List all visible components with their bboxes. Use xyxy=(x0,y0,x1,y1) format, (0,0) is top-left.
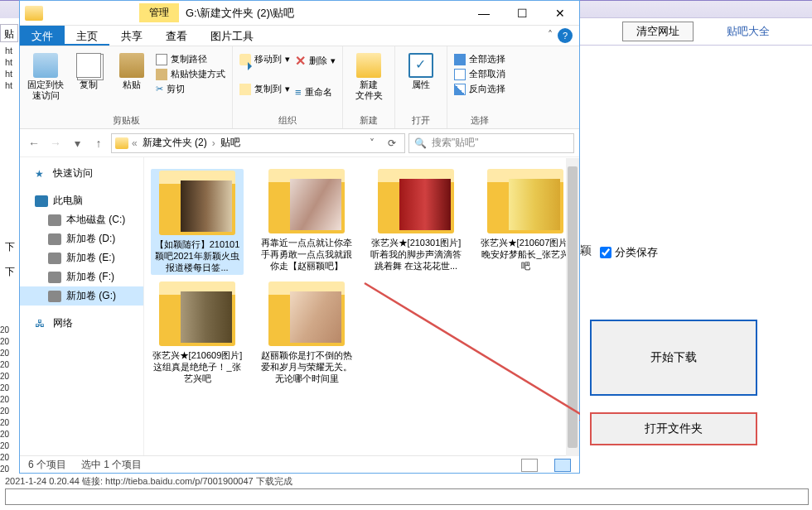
nav-drive-f[interactable]: 新加卷 (F:) xyxy=(20,267,143,286)
folder-thumbnail xyxy=(159,171,235,235)
group-label-organize: 组织 xyxy=(278,113,297,128)
menu-file[interactable]: 文件 xyxy=(20,26,65,46)
address-dropdown-icon[interactable]: ˅ xyxy=(365,137,379,149)
downloader-panel: 清空网址 贴吧大全 颖 分类保存 开始下载 打开文件夹 xyxy=(580,0,812,510)
nav-network[interactable]: 🖧网络 xyxy=(20,314,143,333)
cut-button[interactable]: ✂剪切 xyxy=(156,83,225,95)
breadcrumb-item[interactable]: 新建文件夹 (2) xyxy=(141,136,209,150)
folder-name: 赵丽颖你是打不倒的热爱和岁月与荣耀无关。无论哪个时间里 xyxy=(260,349,353,384)
folder-item[interactable]: 【如颖随行】210101颖吧2021年新颖火虫报道楼每日签... xyxy=(151,169,244,275)
pin-quick-access-button[interactable]: 固定到快 速访问 xyxy=(27,50,65,113)
ribbon-collapse-icon[interactable]: ˄ xyxy=(543,26,558,46)
folder-thumbnail xyxy=(378,169,454,233)
ribbon-group-new: 新建 文件夹 新建 xyxy=(343,46,395,128)
search-input[interactable]: 🔍 搜索"贴吧" xyxy=(408,133,574,153)
thumbnails-view-button[interactable] xyxy=(554,459,571,472)
window-title-path: G:\新建文件夹 (2)\贴吧 xyxy=(186,6,465,21)
folder-thumbnail xyxy=(268,281,345,346)
address-bar-row: ← → ▾ ↑ « 新建文件夹 (2) › 贴吧 ˅ ⟳ 🔍 搜索"贴吧" xyxy=(20,129,579,157)
nav-quick-access[interactable]: ★快速访问 xyxy=(20,164,143,183)
nav-this-pc[interactable]: 此电脑 xyxy=(20,191,143,210)
background-app-sliver: 贴 ht ht ht ht 下 下 20 20 20 20 20 20 20 2… xyxy=(0,0,19,510)
close-button[interactable]: ✕ xyxy=(541,1,579,26)
group-label-clipboard: 剪贴板 xyxy=(113,113,140,128)
recent-dropdown-icon[interactable]: ▾ xyxy=(68,134,86,152)
menu-picture-tools[interactable]: 图片工具 xyxy=(199,26,265,46)
group-label-select: 选择 xyxy=(471,113,489,128)
forward-button[interactable]: → xyxy=(46,134,65,152)
navigation-pane: ★快速访问 此电脑 本地磁盘 (C:) 新加卷 (D:) 新加卷 (E:) 新加… xyxy=(20,157,144,455)
nav-drive-e[interactable]: 新加卷 (E:) xyxy=(20,248,143,267)
minimize-button[interactable]: — xyxy=(465,1,503,26)
folder-thumbnail xyxy=(487,169,563,233)
ribbon-group-clipboard: 固定到快 速访问 复制 粘贴 复制路径 粘贴快捷方式 ✂剪切 剪贴板 xyxy=(20,46,233,128)
back-button[interactable]: ← xyxy=(25,134,43,152)
menu-home[interactable]: 主页 xyxy=(65,26,109,46)
folder-item[interactable]: 赵丽颖你是打不倒的热爱和岁月与荣耀无关。无论哪个时间里 xyxy=(260,281,353,384)
ribbon: 固定到快 速访问 复制 粘贴 复制路径 粘贴快捷方式 ✂剪切 剪贴板 移动到 ▾… xyxy=(20,46,579,129)
ribbon-group-select: 全部选择 全部取消 反向选择 选择 xyxy=(447,46,512,128)
contextual-tab-manage[interactable]: 管理 xyxy=(139,3,179,22)
copy-to-button[interactable]: 复制到 ▾ xyxy=(239,83,290,95)
refresh-icon[interactable]: ⟳ xyxy=(383,137,401,149)
nav-drive-g[interactable]: 新加卷 (G:) xyxy=(20,286,143,306)
details-view-button[interactable] xyxy=(521,459,538,472)
log-line: 2021-1-24 0.20.44 链接: http://tieba.baidu… xyxy=(5,475,809,488)
menubar: 文件 主页 共享 查看 图片工具 ˄ ? xyxy=(20,26,579,46)
bg-date-lines: 20 20 20 20 20 20 20 20 20 20 20 20 20 xyxy=(0,325,9,475)
paste-shortcut-button[interactable]: 粘贴快捷方式 xyxy=(156,68,225,80)
folder-name: 张艺兴★[210609图片]这组真是绝绝子！_张艺兴吧 xyxy=(151,349,244,384)
rename-button[interactable]: ≡重命名 xyxy=(295,86,336,99)
bg-tab[interactable]: 贴 xyxy=(0,24,18,42)
folder-name: 再靠近一点点就让你牵手再勇敢一点点我就跟你走【赵丽颖吧】 xyxy=(260,237,353,272)
ribbon-group-organize: 移动到 ▾ 复制到 ▾ ✕删除 ▾ ≡重命名 组织 xyxy=(233,46,343,128)
titlebar: 管理 G:\新建文件夹 (2)\贴吧 — ☐ ✕ xyxy=(20,1,579,26)
search-icon: 🔍 xyxy=(414,137,427,149)
clear-url-button[interactable]: 清空网址 xyxy=(622,22,694,41)
delete-button[interactable]: ✕删除 ▾ xyxy=(295,53,336,69)
log-box-border xyxy=(5,488,809,505)
help-icon[interactable]: ? xyxy=(558,28,573,43)
group-label-open: 打开 xyxy=(412,113,430,128)
file-list[interactable]: 【如颖随行】210101颖吧2021年新颖火虫报道楼每日签...再靠近一点点就让… xyxy=(144,157,579,455)
search-placeholder: 搜索"贴吧" xyxy=(432,136,479,150)
invert-selection-button[interactable]: 反向选择 xyxy=(454,83,505,95)
scrollbar[interactable] xyxy=(566,158,579,456)
copy-path-button[interactable]: 复制路径 xyxy=(156,53,225,65)
item-count: 6 个项目 xyxy=(28,458,66,472)
folder-thumbnail xyxy=(159,281,235,346)
paste-button[interactable]: 粘贴 xyxy=(113,50,151,113)
folder-name: 张艺兴★[210301图片]听着我的脚步声滴滴答跳着舞 在这花花世... xyxy=(370,237,462,272)
folder-item[interactable]: 张艺兴★[210301图片]听着我的脚步声滴滴答跳着舞 在这花花世... xyxy=(370,169,462,275)
folder-item[interactable]: 张艺兴★[210609图片]这组真是绝绝子！_张艺兴吧 xyxy=(151,281,244,384)
selected-count: 选中 1 个项目 xyxy=(81,458,142,472)
move-to-button[interactable]: 移动到 ▾ xyxy=(239,53,290,65)
category-save-checkbox[interactable]: 分类保存 xyxy=(600,245,658,260)
category-save-input[interactable] xyxy=(600,247,611,258)
window-icon xyxy=(25,6,43,21)
ribbon-group-open: 属性 打开 xyxy=(395,46,447,128)
nav-drive-c[interactable]: 本地磁盘 (C:) xyxy=(20,210,143,229)
select-none-button[interactable]: 全部取消 xyxy=(454,68,505,80)
up-button[interactable]: ↑ xyxy=(89,134,108,152)
breadcrumb[interactable]: « 新建文件夹 (2) › 贴吧 ˅ ⟳ xyxy=(111,133,405,153)
bg-url-lines: ht ht ht ht xyxy=(5,45,12,91)
folder-thumbnail xyxy=(268,169,345,233)
bg-label-1: 下 xyxy=(5,240,15,254)
menu-share[interactable]: 共享 xyxy=(109,26,154,46)
open-folder-button[interactable]: 打开文件夹 xyxy=(590,412,757,445)
nav-drive-d[interactable]: 新加卷 (D:) xyxy=(20,229,143,248)
select-all-button[interactable]: 全部选择 xyxy=(454,53,505,65)
breadcrumb-item[interactable]: 贴吧 xyxy=(219,136,242,150)
folder-item[interactable]: 再靠近一点点就让你牵手再勇敢一点点我就跟你走【赵丽颖吧】 xyxy=(260,169,353,275)
bg-label-2: 下 xyxy=(5,265,15,279)
new-folder-button[interactable]: 新建 文件夹 xyxy=(350,50,388,113)
maximize-button[interactable]: ☐ xyxy=(503,1,541,26)
folder-icon xyxy=(115,137,128,149)
start-download-button[interactable]: 开始下载 xyxy=(590,320,757,396)
menu-view[interactable]: 查看 xyxy=(154,26,199,46)
folder-item[interactable]: 张艺兴★[210607图片]晚安好梦船长_张艺兴吧 xyxy=(479,169,572,275)
tieba-all-link[interactable]: 贴吧大全 xyxy=(727,24,770,39)
copy-button[interactable]: 复制 xyxy=(70,50,108,113)
properties-button[interactable]: 属性 xyxy=(402,50,440,113)
